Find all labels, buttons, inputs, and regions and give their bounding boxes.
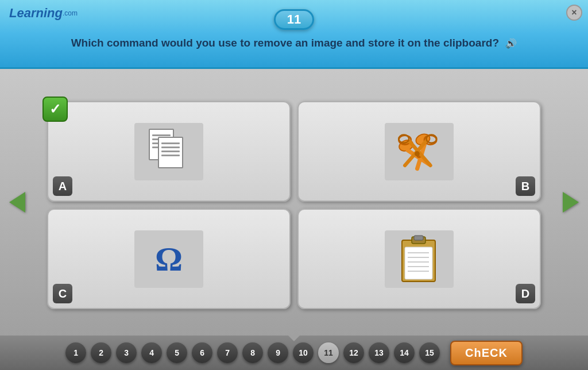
option-c[interactable]: Ω C	[47, 209, 291, 309]
check-button[interactable]: ChECK	[450, 341, 523, 365]
nav-btn-7[interactable]: 7	[217, 342, 238, 363]
nav-btn-13[interactable]: 13	[369, 342, 389, 363]
nav-btn-10[interactable]: 10	[293, 342, 314, 363]
nav-btn-4[interactable]: 4	[141, 342, 162, 363]
option-label-d: D	[516, 284, 535, 303]
nav-btn-15[interactable]: 15	[419, 342, 440, 363]
omega-icon-container: Ω	[134, 230, 203, 288]
nav-btn-5[interactable]: 5	[167, 342, 187, 363]
logo-com: .com	[63, 9, 78, 17]
close-button[interactable]: ×	[566, 5, 582, 21]
scissors-icon	[393, 129, 445, 175]
option-label-c: C	[53, 284, 72, 303]
question-text: Which command would you use to remove an…	[37, 36, 552, 51]
prev-arrow-button[interactable]	[7, 192, 28, 213]
nav-btn-3[interactable]: 3	[116, 342, 137, 363]
check-mark-icon: ✓	[49, 101, 61, 117]
nav-btn-11[interactable]: 11	[318, 342, 339, 363]
nav-btn-9[interactable]: 9	[268, 342, 288, 363]
logo-text: Learning	[9, 6, 63, 21]
option-a[interactable]: ✓	[47, 101, 291, 202]
clipboard-icon-container	[385, 230, 454, 288]
nav-btn-12[interactable]: 12	[343, 342, 364, 363]
bottom-nav: 1 2 3 4 5 6 7 8 9 10 11 12 13 14 15 ChEC…	[0, 336, 588, 370]
option-d[interactable]: D	[297, 209, 541, 309]
svg-rect-15	[405, 247, 432, 279]
nav-btn-6[interactable]: 6	[192, 342, 212, 363]
main-content: ✓	[0, 69, 588, 336]
omega-icon: Ω	[155, 242, 183, 276]
check-badge: ✓	[42, 97, 68, 122]
close-icon: ×	[571, 7, 577, 18]
nav-btn-8[interactable]: 8	[242, 342, 263, 363]
copy-page-front	[158, 137, 183, 168]
header: Learning .com 11 × Which command would y…	[0, 0, 588, 69]
logo: Learning .com	[9, 6, 78, 21]
options-grid: ✓	[47, 101, 541, 309]
app-wrapper: Learning .com 11 × Which command would y…	[0, 0, 588, 370]
option-label-a: A	[53, 176, 72, 196]
option-b[interactable]: B	[297, 101, 541, 202]
nav-btn-14[interactable]: 14	[394, 342, 415, 363]
option-label-b: B	[516, 176, 535, 196]
right-arrow-icon	[563, 192, 579, 213]
nav-btn-2[interactable]: 2	[91, 342, 111, 363]
speaker-icon[interactable]: 🔊	[505, 37, 517, 50]
nav-btn-1[interactable]: 1	[65, 342, 86, 363]
copy-icon	[149, 129, 189, 175]
scissors-icon-container	[385, 123, 454, 180]
svg-point-9	[415, 151, 420, 156]
next-arrow-button[interactable]	[560, 192, 581, 213]
question-number-badge: 11	[274, 9, 314, 30]
left-arrow-icon	[9, 192, 25, 213]
copy-icon-container	[134, 123, 203, 180]
svg-rect-14	[414, 236, 423, 240]
clipboard-icon	[399, 234, 439, 283]
